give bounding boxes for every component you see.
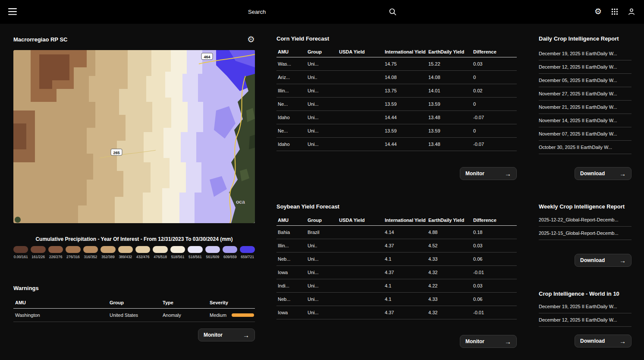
table-row: Illin...Uni...13.7514.010.02 xyxy=(276,84,517,98)
report-item[interactable]: 2025-12-15_Global-Report-Decemb... xyxy=(539,227,631,240)
table-row: IdahoUni...14.4413.48-0.07 xyxy=(276,138,517,151)
table-row: IowaUni...4.374.32-0.01 xyxy=(276,266,517,279)
soybean-forecast-table: AMU Group USDA Yield International Yield… xyxy=(276,215,517,319)
world10-download-button[interactable]: Download → xyxy=(575,335,631,347)
button-label: Monitor xyxy=(465,171,484,177)
cell-international: 14.08 xyxy=(385,75,428,80)
report-item[interactable]: 2025-12-22_Global-Report-Decemb... xyxy=(539,213,631,227)
report-item[interactable]: November 07, 2025 II EarthDaily W... xyxy=(539,127,631,141)
map-settings-gear-icon[interactable]: ⚙ xyxy=(247,35,255,44)
yield-forecasts: Corn Yield Forecast AMU Group USDA Yield… xyxy=(276,24,517,348)
cell-international: 4.37 xyxy=(385,243,428,248)
report-item[interactable]: November 27, 2025 II EarthDaily W... xyxy=(539,87,631,101)
cell-international: 13.75 xyxy=(385,88,428,93)
report-item[interactable]: December 19, 2025 II EarthDaily W... xyxy=(539,47,631,60)
cell-earthdaily: 13.59 xyxy=(428,128,473,133)
cell-earthdaily: 4.33 xyxy=(428,297,473,302)
cell-earthdaily: 15.22 xyxy=(428,61,473,66)
map-panel-title: Macrorregiao RP SC xyxy=(13,36,67,43)
report-item[interactable]: December 12, 2025 II EarthDaily W... xyxy=(539,60,631,74)
arrow-right-icon: → xyxy=(619,170,626,177)
legend-item: 432/476 xyxy=(135,246,150,259)
daily-download-button[interactable]: Download → xyxy=(575,167,631,180)
legend-label: 609/659 xyxy=(223,255,237,259)
legend-label: 659/721 xyxy=(240,255,254,259)
table-row: Ne...Uni...13.5913.590 xyxy=(276,98,517,111)
reports-panel: Daily Crop Intelligence Report December … xyxy=(539,24,631,347)
world10-report-title: Crop Intelligence - World in 10 xyxy=(539,291,631,297)
cell-group: Uni... xyxy=(308,128,339,133)
column-header: AMU xyxy=(276,218,308,223)
app-window: Search ⚙ Macrorregiao RP SC ⚙ xyxy=(0,0,644,360)
cell-amu: Idaho xyxy=(276,142,308,147)
report-item[interactable]: December 05, 2025 II EarthDaily W... xyxy=(539,74,631,87)
legend-label: 518/561 xyxy=(188,255,202,259)
cell-international: 14.44 xyxy=(385,142,428,147)
soybean-monitor-button[interactable]: Monitor → xyxy=(460,335,517,348)
corn-forecast-title: Corn Yield Forecast xyxy=(276,35,517,42)
cell-group: Uni... xyxy=(308,115,339,120)
daily-report-title: Daily Crop Intelligence Report xyxy=(539,35,631,42)
cell-group: Uni... xyxy=(308,283,339,288)
cell-amu: Illin... xyxy=(276,243,308,248)
world10-report-list: December 19, 2025 II EarthDaily W... Dec… xyxy=(539,300,631,327)
warning-group: United States xyxy=(110,313,163,318)
legend-item: 352/389 xyxy=(101,246,115,259)
search-icon[interactable] xyxy=(389,8,396,17)
corn-monitor-button[interactable]: Monitor → xyxy=(460,167,517,180)
arrow-right-icon: → xyxy=(619,338,626,345)
cell-group: Uni... xyxy=(308,142,339,147)
column-header: Severity xyxy=(210,300,255,305)
menu-icon[interactable] xyxy=(8,8,17,17)
cell-international: 13.59 xyxy=(385,101,428,107)
account-icon[interactable] xyxy=(628,8,635,17)
report-item[interactable]: November 21, 2025 II EarthDaily W... xyxy=(539,101,631,114)
cell-group: Uni... xyxy=(308,101,339,107)
button-label: Download xyxy=(580,171,605,177)
arrow-right-icon: → xyxy=(505,170,511,177)
column-header: International Yield xyxy=(385,218,428,223)
cell-group: Uni.. xyxy=(308,243,339,248)
legend-swatch xyxy=(101,246,115,253)
cell-group: Uni... xyxy=(308,61,339,66)
button-label: Monitor xyxy=(204,332,223,338)
warnings-monitor-button[interactable]: Monitor → xyxy=(198,328,255,341)
warning-row[interactable]: Washington United States Anomaly Medium xyxy=(13,309,255,322)
cell-international: 4.37 xyxy=(385,310,428,315)
cell-difference: 0.06 xyxy=(473,297,517,302)
settings-gear-icon[interactable]: ⚙ xyxy=(594,7,602,16)
cell-international: 4.1 xyxy=(385,297,428,302)
cell-difference: -0.07 xyxy=(473,142,517,147)
legend-label: 0.00/161 xyxy=(13,255,28,259)
cell-difference: 0 xyxy=(473,75,517,80)
apps-grid-icon[interactable] xyxy=(611,8,618,17)
route-shield-265: 265 xyxy=(111,149,122,155)
warning-amu: Washington xyxy=(13,313,110,318)
cell-amu: Was... xyxy=(276,61,308,66)
cell-international: 4.1 xyxy=(385,256,428,262)
cell-earthdaily: 4.88 xyxy=(428,230,473,235)
cell-amu: Neb... xyxy=(276,297,308,302)
report-item[interactable]: October 30, 2025 II EarthDaily W... xyxy=(539,141,631,154)
report-item[interactable]: December 19, 2025 II EarthDaily W... xyxy=(539,300,631,313)
legend-swatch xyxy=(83,246,98,253)
warnings-table: AMU Group Type Severity Washington Unite… xyxy=(13,297,255,322)
precipitation-map[interactable]: 464 265 oca xyxy=(13,50,255,223)
precipitation-legend: 0.00/161 161/226 226/276 276/316 316/352… xyxy=(13,246,255,259)
cell-international: 14.44 xyxy=(385,115,428,120)
weekly-download-button[interactable]: Download → xyxy=(575,254,631,267)
report-item[interactable]: December 12, 2025 II EarthDaily W... xyxy=(539,313,631,327)
cell-difference: 0.02 xyxy=(473,88,517,93)
button-label: Download xyxy=(580,338,605,344)
column-header: International Yield xyxy=(385,49,428,54)
search-input[interactable]: Search xyxy=(248,9,266,15)
legend-item: 161/226 xyxy=(31,246,45,259)
arrow-right-icon: → xyxy=(243,332,249,339)
legend-item: 609/659 xyxy=(223,246,237,259)
report-item[interactable]: November 14, 2025 II EarthDaily W... xyxy=(539,114,631,127)
legend-item: 561/609 xyxy=(205,246,220,259)
cell-group: Uni... xyxy=(308,310,339,315)
cell-amu: Bahia xyxy=(276,230,308,235)
legend-item: 476/518 xyxy=(153,246,167,259)
legend-item: 389/432 xyxy=(118,246,133,259)
